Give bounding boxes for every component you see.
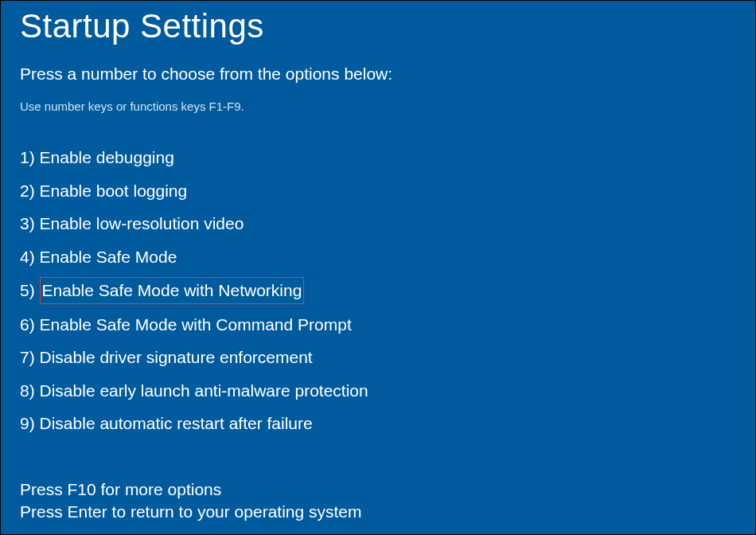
instruction-subtitle: Press a number to choose from the option… xyxy=(20,64,736,84)
option-8-disable-early-launch-anti-malware[interactable]: 8) Disable early launch anti-malware pro… xyxy=(20,378,736,404)
option-label-highlighted: Enable Safe Mode with Networking xyxy=(40,277,305,304)
option-label: Disable driver signature enforcement xyxy=(40,348,313,366)
option-2-enable-boot-logging[interactable]: 2) Enable boot logging xyxy=(20,178,736,204)
option-number: 3) xyxy=(20,214,35,232)
option-label: Disable early launch anti-malware protec… xyxy=(40,381,368,400)
option-4-enable-safe-mode[interactable]: 4) Enable Safe Mode xyxy=(20,244,736,270)
option-number: 5) xyxy=(20,281,35,299)
f10-more-options: Press F10 for more options xyxy=(20,480,736,499)
option-9-disable-automatic-restart[interactable]: 9) Disable automatic restart after failu… xyxy=(20,411,736,436)
key-hint: Use number keys or functions keys F1-F9. xyxy=(20,100,736,113)
option-number: 9) xyxy=(20,414,35,432)
option-label: Enable debugging xyxy=(40,148,174,166)
option-number: 4) xyxy=(20,248,35,266)
option-number: 6) xyxy=(20,315,35,334)
option-7-disable-driver-signature-enforcement[interactable]: 7) Disable driver signature enforcement xyxy=(20,345,736,370)
option-6-enable-safe-mode-command-prompt[interactable]: 6) Enable Safe Mode with Command Prompt xyxy=(20,312,736,338)
option-label: Enable Safe Mode xyxy=(40,248,177,266)
enter-return: Press Enter to return to your operating … xyxy=(20,502,736,521)
option-label: Enable low-resolution video xyxy=(40,214,244,232)
option-number: 8) xyxy=(20,381,35,400)
option-3-enable-low-resolution-video[interactable]: 3) Enable low-resolution video xyxy=(20,211,736,236)
startup-options-list: 1) Enable debugging 2) Enable boot loggi… xyxy=(20,145,736,436)
option-label: Enable boot logging xyxy=(40,182,188,200)
option-5-enable-safe-mode-networking[interactable]: 5) Enable Safe Mode with Networking xyxy=(20,277,304,304)
page-title: Startup Settings xyxy=(20,7,736,45)
option-number: 1) xyxy=(20,148,35,166)
option-number: 2) xyxy=(20,182,35,200)
option-label: Disable automatic restart after failure xyxy=(40,414,313,432)
startup-settings-screen: Startup Settings Press a number to choos… xyxy=(1,1,755,534)
option-number: 7) xyxy=(20,348,35,366)
option-1-enable-debugging[interactable]: 1) Enable debugging xyxy=(20,145,736,170)
option-label: Enable Safe Mode with Command Prompt xyxy=(40,315,352,334)
footer-instructions: Press F10 for more options Press Enter t… xyxy=(20,480,736,521)
